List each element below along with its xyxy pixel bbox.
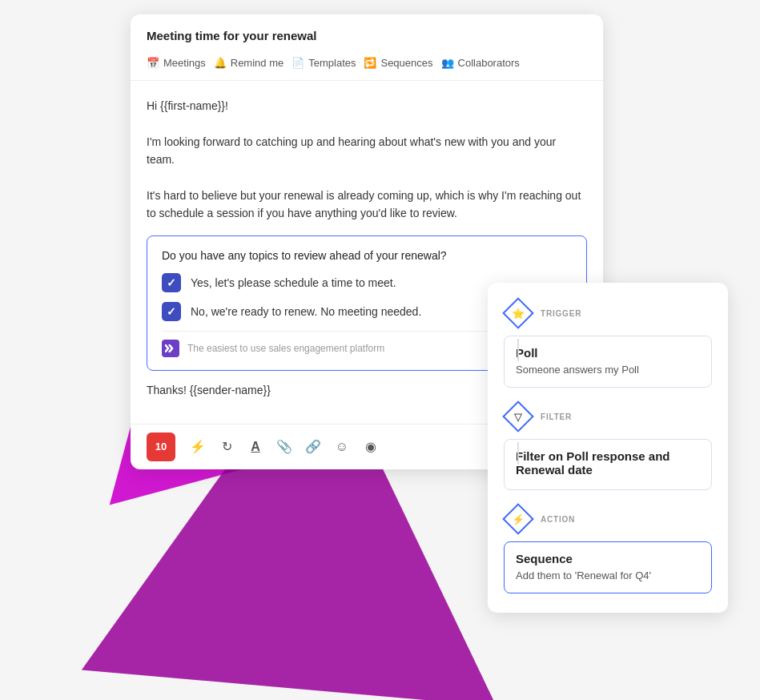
poll-checkbox-1[interactable] [162, 273, 181, 292]
trigger-connector [517, 339, 519, 361]
nav-remind-me[interactable]: 🔔 Remind me [214, 54, 292, 72]
poll-question: Do you have any topics to review ahead o… [162, 249, 572, 262]
action-content-box: Sequence Add them to 'Renewal for Q4' [504, 541, 712, 593]
filter-connector [517, 442, 519, 465]
more-icon-btn[interactable]: ◉ [358, 434, 384, 460]
sequence-icon: 🔁 [364, 57, 376, 69]
bell-icon: 🔔 [214, 57, 227, 69]
poll-checkbox-2[interactable] [162, 302, 181, 321]
nav-meetings[interactable]: 📅 Meetings [147, 54, 214, 72]
trigger-content-box: Poll Someone answers my Poll [504, 336, 712, 388]
poll-option-1-text: Yes, let's please schedule a time to mee… [191, 276, 396, 289]
email-subject: Meeting time for your renewal [147, 29, 587, 42]
calendar-icon: 📅 [147, 57, 159, 69]
workflow-filter-item: ▽ FILTER Filter on Poll response and Ren… [504, 402, 712, 490]
action-lightning-icon: ⚡ [512, 513, 525, 525]
attachment-icon-btn[interactable]: 📎 [271, 434, 297, 460]
refresh-icon-btn[interactable]: ↻ [214, 434, 239, 460]
body-line2: I'm looking forward to catching up and h… [147, 135, 556, 166]
trigger-tag: TRIGGER [541, 309, 581, 318]
email-body-text: Hi {{first-name}}! I'm looking forward t… [147, 97, 587, 223]
collaborators-icon: 👥 [441, 57, 454, 69]
link-icon-btn[interactable]: 🔗 [300, 434, 326, 460]
email-nav: 📅 Meetings 🔔 Remind me 📄 Templates 🔁 Seq… [147, 54, 587, 72]
email-header: Meeting time for your renewal 📅 Meetings… [131, 14, 603, 81]
template-icon: 📄 [292, 57, 304, 69]
filter-content-box: Filter on Poll response and Renewal date [504, 439, 712, 490]
action-description: Add them to 'Renewal for Q4' [516, 569, 700, 583]
workflow-card: ⭐ TRIGGER Poll Someone answers my Poll ▽… [488, 283, 728, 613]
filter-title: Filter on Poll response and Renewal date [516, 449, 700, 477]
workflow-action-header: ⚡ ACTION [504, 505, 712, 533]
workflow-trigger-header: ⭐ TRIGGER [504, 299, 712, 328]
poll-footer-text: The easiest to use sales engagement plat… [187, 343, 384, 354]
action-title: Sequence [516, 552, 700, 565]
mixmax-logo [162, 340, 179, 357]
workflow-action-item: ⚡ ACTION Sequence Add them to 'Renewal f… [504, 505, 712, 593]
trigger-title: Poll [516, 346, 700, 360]
greeting-line: Hi {{first-name}}! [147, 99, 228, 112]
workflow-filter-header: ▽ FILTER [504, 402, 712, 431]
action-tag: ACTION [541, 515, 575, 524]
nav-sequences[interactable]: 🔁 Sequences [364, 54, 440, 72]
poll-option-2-text: No, we're ready to renew. No meeting nee… [191, 305, 421, 318]
filter-icon: ▽ [514, 411, 522, 423]
trigger-description: Someone answers my Poll [516, 363, 700, 377]
text-format-icon-btn[interactable]: A [243, 434, 268, 460]
send-button[interactable]: 10 [147, 432, 175, 461]
workflow-trigger-item: ⭐ TRIGGER Poll Someone answers my Poll [504, 299, 712, 388]
filter-tag: FILTER [541, 412, 572, 421]
body-line3: It's hard to believe but your renewal is… [147, 189, 581, 219]
nav-templates[interactable]: 📄 Templates [292, 54, 364, 72]
emoji-icon-btn[interactable]: ☺ [329, 434, 355, 460]
trigger-star-icon: ⭐ [512, 308, 525, 320]
nav-collaborators[interactable]: 👥 Collaborators [441, 54, 528, 72]
lightning-icon-btn[interactable]: ⚡ [185, 434, 211, 460]
